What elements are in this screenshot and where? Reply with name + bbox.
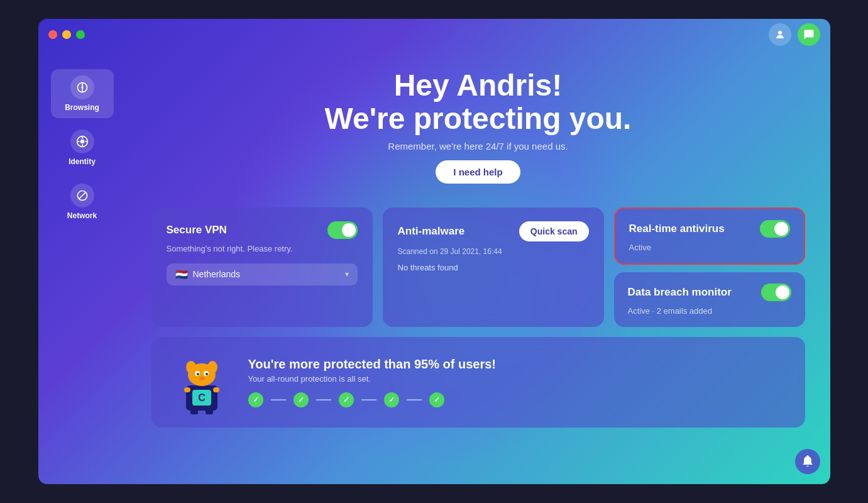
chat-icon[interactable]	[798, 23, 820, 46]
user-account-icon[interactable]	[769, 23, 791, 46]
svg-point-11	[207, 361, 217, 373]
sidebar: Browsing Identity Network	[38, 50, 126, 484]
checkmark-2: ✓	[294, 392, 309, 407]
cards-row: Secure VPN Something's not right. Please…	[151, 207, 805, 327]
titlebar	[38, 19, 830, 50]
vpn-location-label: Netherlands	[193, 269, 241, 279]
mascot-image: C	[170, 351, 233, 414]
svg-rect-22	[213, 387, 219, 392]
scan-date: Scanned on 29 Jul 2021, 16:44	[398, 246, 589, 257]
quick-scan-button[interactable]: Quick scan	[519, 221, 589, 241]
check-line-2	[316, 399, 331, 401]
svg-point-16	[199, 377, 205, 380]
realtime-title: Real-time antivirus	[629, 223, 725, 235]
identity-label: Identity	[69, 157, 96, 166]
data-breach-card: Data breach monitor Active · 2 emails ad…	[614, 272, 805, 327]
antimalware-card: Anti-malware Quick scan Scanned on 29 Ju…	[383, 207, 604, 327]
protection-banner: C You're more protected than 95% of user…	[151, 337, 805, 428]
svg-point-4	[81, 137, 83, 139]
help-button[interactable]: I need help	[436, 160, 520, 184]
realtime-header: Real-time antivirus	[629, 220, 790, 238]
breach-toggle[interactable]	[761, 284, 791, 301]
breach-status: Active · 2 emails added	[628, 306, 791, 316]
check-line-1	[271, 399, 286, 401]
vpn-toggle[interactable]	[327, 221, 358, 239]
svg-point-10	[186, 361, 196, 373]
svg-point-3	[80, 140, 84, 144]
hero-section: Hey Andris! We're protecting you. Rememb…	[325, 69, 632, 184]
checkmarks-row: ✓ ✓ ✓ ✓ ✓	[248, 392, 786, 407]
maximize-button[interactable]	[76, 30, 85, 39]
protection-text: You're more protected than 95% of users!…	[248, 357, 786, 407]
breach-title: Data breach monitor	[628, 286, 732, 299]
minimize-button[interactable]	[62, 30, 71, 39]
network-icon	[70, 184, 94, 207]
protection-title: You're more protected than 95% of users!	[248, 357, 786, 372]
check-line-3	[361, 399, 376, 401]
antimalware-title: Anti-malware	[398, 225, 465, 238]
identity-icon	[70, 130, 94, 153]
hero-title: Hey Andris! We're protecting you.	[325, 69, 632, 136]
hero-subtitle: Remember, we're here 24/7 if you need us…	[325, 141, 632, 152]
svg-point-5	[81, 145, 83, 146]
vpn-title: Secure VPN	[167, 224, 227, 236]
traffic-lights	[48, 30, 85, 39]
checkmark-3: ✓	[339, 392, 354, 407]
sidebar-item-browsing[interactable]: Browsing	[51, 69, 114, 118]
svg-rect-21	[184, 387, 190, 392]
checkmark-1: ✓	[248, 392, 263, 407]
realtime-antivirus-card: Real-time antivirus Active	[614, 207, 805, 265]
svg-point-7	[85, 141, 87, 143]
network-label: Network	[67, 211, 97, 220]
svg-text:C: C	[198, 392, 206, 403]
svg-rect-19	[190, 409, 198, 414]
checkmark-5: ✓	[429, 392, 444, 407]
vpn-card-header: Secure VPN	[167, 221, 358, 239]
breach-header: Data breach monitor	[628, 284, 791, 301]
sidebar-item-network[interactable]: Network	[51, 177, 114, 226]
realtime-toggle[interactable]	[760, 220, 790, 238]
sidebar-item-identity[interactable]: Identity	[51, 123, 114, 172]
checkmark-4: ✓	[384, 392, 399, 407]
svg-point-14	[197, 373, 199, 375]
dropdown-arrow-icon: ▾	[345, 270, 349, 279]
svg-rect-20	[206, 409, 213, 414]
browsing-label: Browsing	[65, 103, 99, 112]
protection-subtitle: Your all-round protection is all set.	[248, 374, 786, 384]
svg-point-15	[206, 373, 208, 375]
vpn-status: Something's not right. Please retry.	[167, 244, 358, 253]
antimalware-header: Anti-malware Quick scan	[398, 221, 589, 241]
close-button[interactable]	[48, 30, 57, 39]
check-line-4	[407, 399, 422, 401]
titlebar-icons	[769, 23, 820, 46]
main-content: Hey Andris! We're protecting you. Rememb…	[126, 50, 830, 484]
flag-icon: 🇳🇱	[175, 268, 188, 280]
browsing-icon	[70, 75, 94, 99]
svg-point-0	[778, 31, 782, 35]
realtime-status: Active	[629, 243, 790, 252]
no-threats-label: No threats found	[398, 263, 589, 272]
vpn-card: Secure VPN Something's not right. Please…	[151, 207, 373, 327]
right-column: Real-time antivirus Active Data breach m…	[614, 207, 805, 327]
app-window: Browsing Identity Network	[38, 19, 830, 484]
vpn-location-dropdown[interactable]: 🇳🇱 Netherlands ▾	[167, 263, 358, 285]
svg-point-6	[77, 141, 79, 143]
